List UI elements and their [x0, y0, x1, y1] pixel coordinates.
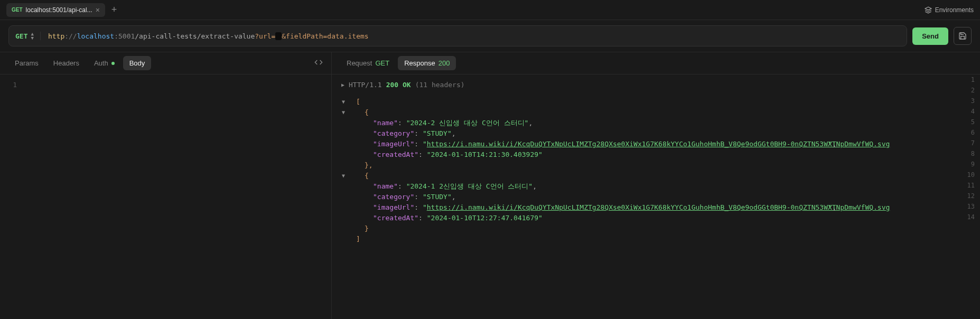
urlbar-row: GET ▲▼ http://localhost:5001/api-call-te… — [0, 20, 980, 52]
tab-body[interactable]: Body — [123, 56, 152, 70]
environments-button[interactable]: Environments — [925, 6, 974, 14]
method-select[interactable]: GET ▲▼ — [15, 32, 41, 40]
add-tab-button[interactable]: + — [111, 4, 117, 15]
expand-headers-icon[interactable]: ▶ — [341, 80, 344, 90]
image-url-link[interactable]: https://i.namu.wiki/i/KcqDuQYTxNpUcLIMZT… — [427, 202, 828, 213]
layers-icon — [925, 6, 932, 14]
tab-auth[interactable]: Auth — [88, 56, 121, 70]
response-subtabs: Request GET Response 200 — [332, 52, 980, 74]
tab-title: localhost:5001/api-cal... — [26, 6, 92, 14]
tab-headers[interactable]: Headers — [47, 56, 86, 70]
auth-active-dot-icon — [111, 62, 115, 65]
url-text: http://localhost:5001/api-call-tests/ext… — [48, 32, 369, 40]
topbar: GET localhost:5001/api-cal... × + Enviro… — [0, 0, 980, 20]
collapse-icon[interactable]: ▼ — [339, 97, 348, 107]
code-icon[interactable] — [314, 58, 323, 68]
json-view[interactable]: ▼[ ▼{ "name": "2024-2 신입생 대상 C언어 스터디", "… — [339, 97, 980, 245]
response-line-numbers: 1234567891011121314 — [967, 74, 975, 222]
image-url-link[interactable]: https://i.namu.wiki/i/KcqDuQYTxNpUcLIMZT… — [427, 139, 828, 149]
collapse-icon[interactable]: ▼ — [339, 171, 348, 181]
tab-params[interactable]: Params — [8, 56, 45, 70]
url-input[interactable]: GET ▲▼ http://localhost:5001/api-call-te… — [8, 25, 907, 46]
environments-label: Environments — [935, 6, 974, 14]
response-pane: Request GET Response 200 ▶ HTTP/1.1 200 … — [332, 52, 980, 319]
status-line[interactable]: ▶ HTTP/1.1 200 OK (11 headers) — [339, 80, 980, 90]
response-body: ▶ HTTP/1.1 200 OK (11 headers) ▼[ ▼{ "na… — [332, 74, 980, 319]
close-tab-icon[interactable]: × — [96, 6, 100, 14]
collapse-icon[interactable]: ▼ — [339, 107, 348, 118]
save-button[interactable] — [954, 27, 972, 45]
line-gutter: 1 — [0, 74, 21, 319]
svg-marker-0 — [925, 7, 931, 10]
method-label: GET — [15, 32, 27, 40]
request-pane: Params Headers Auth Body 1 — [0, 52, 332, 319]
tab-method-label: GET — [12, 7, 23, 13]
method-arrows-icon: ▲▼ — [31, 32, 33, 40]
save-icon — [958, 32, 967, 40]
send-button[interactable]: Send — [912, 27, 948, 45]
request-subtabs: Params Headers Auth Body — [0, 52, 331, 74]
request-body-editor[interactable]: 1 — [0, 74, 331, 319]
request-tab[interactable]: GET localhost:5001/api-cal... × — [6, 3, 105, 17]
tab-response-view[interactable]: Response 200 — [398, 56, 456, 70]
tab-request-view[interactable]: Request GET — [340, 56, 396, 70]
